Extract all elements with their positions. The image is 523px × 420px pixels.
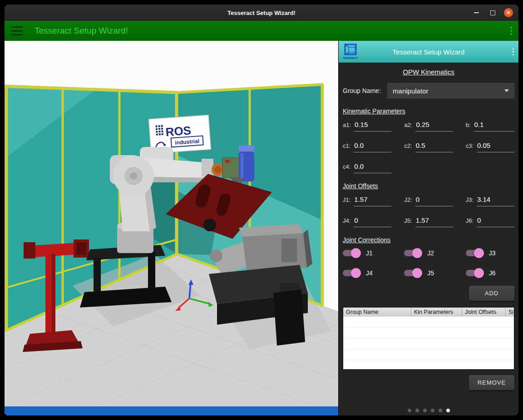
col-sign-corrections[interactable]: Si (506, 308, 514, 317)
close-button[interactable]: ✕ (504, 8, 513, 17)
page-dot[interactable] (423, 409, 427, 412)
correction-j3-toggle[interactable] (466, 250, 483, 256)
offset-j4-label: J4: (343, 217, 350, 224)
offset-j2-input[interactable]: 0 (415, 195, 453, 206)
groups-table-body (343, 317, 514, 370)
correction-j6: J6 (466, 269, 514, 277)
add-button[interactable]: ADD (469, 286, 514, 301)
offset-j3-label: J3: (466, 196, 474, 203)
maximize-icon (490, 10, 495, 15)
offset-j5-label: J5: (404, 217, 412, 224)
app-title: Tesseract Setup Wizard! (35, 26, 128, 36)
col-group-name[interactable]: Group Name (343, 308, 411, 317)
offset-j2-label: J2: (404, 196, 412, 203)
param-c3-label: c3: (466, 142, 474, 149)
app-window: Tesseract Setup Wizard! ✕ Tesseract Setu… (5, 5, 518, 415)
offset-j3: J3:3.14 (466, 195, 514, 206)
offset-j2: J2:0 (404, 195, 453, 206)
table-row (343, 360, 514, 370)
page-dot[interactable] (446, 409, 450, 412)
setup-wizard-panel: TESSERACT Tesseract Setup Wizard OPW Kin… (338, 41, 518, 415)
opw-kinematics-page: OPW Kinematics Group Name: manipulator K… (339, 63, 518, 415)
3d-viewport[interactable]: ROS industrial (5, 41, 338, 415)
page-dot[interactable] (431, 409, 434, 412)
offset-j1-label: J1: (343, 196, 350, 203)
main-content: ROS industrial (5, 41, 518, 415)
correction-j5-toggle[interactable] (404, 270, 421, 276)
col-joint-offsets[interactable]: Joint Offsets (462, 308, 506, 317)
window-title: Tesseract Setup Wizard! (5, 10, 518, 16)
param-c1: c1:0.0 (343, 142, 391, 152)
param-c3-input[interactable]: 0.05 (477, 142, 514, 152)
viewport-bottom-strip (5, 406, 338, 415)
offset-j4-input[interactable]: 0 (354, 216, 391, 227)
offset-j1: J1:1.57 (343, 195, 391, 206)
maximize-button[interactable] (488, 8, 498, 18)
correction-j3: J3 (466, 249, 514, 257)
group-name-row: Group Name: manipulator (343, 83, 514, 98)
param-c2: c2:0.5 (404, 142, 453, 152)
correction-j2-toggle[interactable] (404, 250, 421, 256)
page-dot[interactable] (439, 409, 442, 412)
param-b-input[interactable]: 0.1 (474, 121, 515, 132)
param-a2-label: a2: (404, 122, 412, 128)
offset-j5-input[interactable]: 1.57 (415, 216, 453, 227)
param-a1: a1:0.15 (343, 121, 391, 132)
correction-j2: J2 (404, 249, 453, 257)
desktop-background: Tesseract Setup Wizard! ✕ Tesseract Setu… (0, 0, 523, 420)
param-b-label: b: (466, 122, 471, 128)
joint-offsets-heading: Joint Offsets (343, 182, 514, 190)
param-c4-label: c4: (343, 163, 350, 170)
param-c2-input[interactable]: 0.5 (415, 142, 453, 152)
app-toolbar: Tesseract Setup Wizard! (5, 21, 518, 41)
remove-button-row: REMOVE (343, 375, 514, 390)
add-button-row: ADD (343, 286, 514, 301)
correction-j4-toggle[interactable] (343, 270, 360, 276)
page-dot[interactable] (408, 409, 411, 412)
param-c1-input[interactable]: 0.0 (354, 142, 391, 152)
param-c1-label: c1: (343, 142, 350, 149)
offset-j1-input[interactable]: 1.57 (354, 195, 391, 206)
offset-j6-input[interactable]: 0 (477, 216, 514, 227)
correction-j1-toggle[interactable] (343, 250, 360, 256)
table-row (343, 317, 514, 327)
wizard-kebab-menu-icon[interactable] (513, 48, 514, 56)
correction-j2-label: J2 (427, 249, 434, 257)
joint-corrections-grid: J1 J2 J3 J4 J5 J6 (343, 249, 514, 277)
param-c3: c3:0.05 (466, 142, 514, 152)
kinematic-parameters-grid: a1:0.15 a2:0.25 b:0.1 c1:0.0 c2:0.5 c3:0… (343, 121, 514, 173)
page-indicator (343, 405, 514, 415)
window-titlebar[interactable]: Tesseract Setup Wizard! ✕ (5, 5, 518, 21)
groups-table[interactable]: Group Name Kin Parameters Joint Offsets … (343, 307, 514, 370)
logo-wordmark: TESSERACT (343, 57, 358, 59)
correction-j5: J5 (404, 269, 453, 277)
wizard-header: TESSERACT Tesseract Setup Wizard (339, 41, 518, 63)
toolbar-kebab-menu-icon[interactable] (510, 27, 512, 35)
param-a1-input[interactable]: 0.15 (354, 121, 391, 132)
group-name-dropdown[interactable]: manipulator (387, 83, 514, 98)
minimize-icon (474, 12, 479, 13)
correction-j4: J4 (343, 269, 391, 277)
offset-j6: J6:0 (466, 216, 514, 227)
offset-j6-label: J6: (466, 217, 474, 224)
col-kin-parameters[interactable]: Kin Parameters (411, 308, 462, 317)
group-name-value: manipulator (393, 87, 428, 95)
kinematic-parameters-heading: Kinematic Parameters (343, 107, 514, 115)
table-row (343, 327, 514, 338)
group-name-label: Group Name: (343, 87, 381, 94)
correction-j5-label: J5 (427, 269, 434, 277)
minimize-button[interactable] (471, 8, 481, 18)
remove-button[interactable]: REMOVE (469, 375, 514, 390)
window-controls: ✕ (471, 8, 518, 18)
param-c4-input[interactable]: 0.0 (354, 162, 391, 173)
page-dot[interactable] (415, 409, 419, 412)
3d-viewport-scene: ROS industrial (5, 41, 338, 415)
offset-j3-input[interactable]: 3.14 (477, 195, 514, 206)
hamburger-menu-icon[interactable] (11, 25, 23, 36)
correction-j6-toggle[interactable] (466, 270, 483, 276)
wizard-title: Tesseract Setup Wizard (339, 48, 518, 56)
groups-table-header: Group Name Kin Parameters Joint Offsets … (343, 308, 514, 317)
param-a2-input[interactable]: 0.25 (415, 121, 453, 132)
offset-j5: J5:1.57 (404, 216, 453, 227)
dropdown-caret-icon (504, 89, 509, 92)
